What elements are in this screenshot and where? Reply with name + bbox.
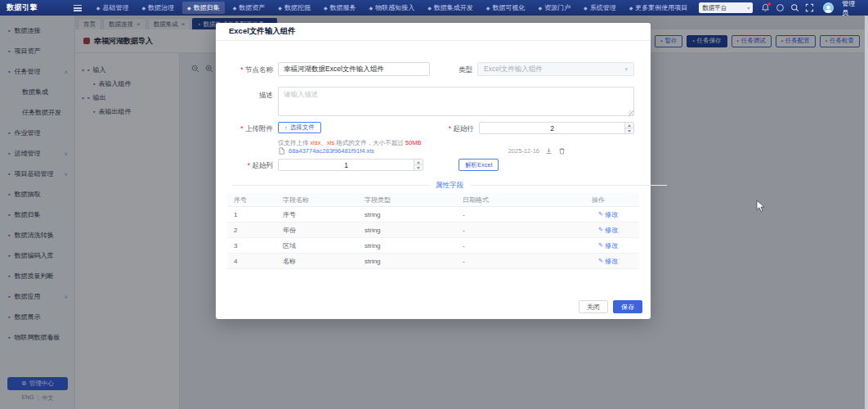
resize-handle[interactable] [629, 110, 633, 115]
cell-actions: ✎修改 [585, 257, 639, 266]
hamburger-menu-icon[interactable] [74, 5, 82, 11]
table-header-row: 序号字段名称字段类型日期格式操作 [227, 193, 639, 207]
workspace-select[interactable]: 数据平台 ▾ [699, 2, 753, 13]
topnav-item[interactable]: ◆系统管理 [579, 2, 621, 14]
start-col-input[interactable]: 1 [278, 159, 423, 171]
column-header: 序号 [227, 196, 276, 204]
save-button[interactable]: 保存 [613, 300, 642, 313]
notification-bell-icon[interactable] [761, 3, 770, 12]
cell-actions: ✎修改 [585, 226, 639, 235]
data-asset-icon: ◆ [233, 6, 237, 11]
section-divider: 属性字段 [232, 185, 667, 186]
description-label: 描述 [216, 88, 273, 101]
topnav-item[interactable]: ◆资源门户 [533, 2, 575, 14]
close-button[interactable]: 关闭 [579, 300, 608, 313]
topnav-item-label: 资源门户 [544, 3, 570, 12]
portal-icon: ◆ [538, 6, 542, 11]
chevron-down-icon: ▾ [624, 66, 628, 73]
theme-circle-icon[interactable] [776, 3, 785, 12]
top-navbar: 数据引擎 ◆基础管理◆数据治理◆数据归集◆数据资产◆数据挖掘◆数据服务◆物联感知… [0, 0, 868, 16]
topnav-item[interactable]: ◆数据挖掘 [273, 2, 315, 14]
cell-field-type: string [358, 227, 456, 234]
stepper-down-icon[interactable] [414, 165, 423, 170]
node-name-input[interactable] [278, 62, 430, 76]
topnav-item[interactable]: ◆数据归集 [182, 2, 225, 14]
column-header: 日期格式 [456, 196, 585, 204]
allowed-formats: xlsx、xls [311, 139, 335, 146]
topnav-item[interactable]: ◆数据资产 [228, 2, 271, 14]
type-label: 类型 [432, 63, 472, 76]
column-header: 操作 [585, 196, 639, 204]
table-body: 1序号string-✎修改2年份string-✎修改3区域string-✎修改4… [227, 207, 639, 269]
cell-date-format: - [456, 227, 585, 234]
integration-dev-icon: ◆ [427, 6, 432, 11]
cell-actions: ✎修改 [585, 241, 639, 250]
fullscreen-icon[interactable] [805, 3, 814, 12]
edit-action[interactable]: 修改 [605, 257, 618, 266]
start-row-label: 起始行 [417, 122, 474, 135]
cell-actions: ✎修改 [585, 210, 639, 219]
stepper-up-icon[interactable] [414, 160, 423, 165]
more-projects-icon: ◆ [629, 6, 633, 11]
search-icon[interactable] [790, 3, 799, 12]
iot-access-icon: ◆ [369, 6, 374, 11]
workspace-select-value: 数据平台 [702, 4, 727, 12]
upload-label: 上传附件 [216, 122, 273, 135]
topnav-item[interactable]: ◆数据集成开发 [423, 2, 478, 14]
system-mgmt-icon: ◆ [584, 6, 588, 11]
uploaded-file-link[interactable]: 68a43774ac283f96481f91f4.xls [289, 147, 374, 155]
basic-mgmt-icon: ◆ [96, 6, 101, 11]
user-avatar[interactable] [823, 2, 834, 13]
file-date: 2025-12-16 [508, 147, 539, 155]
edit-action[interactable]: 修改 [605, 226, 618, 235]
topnav-item[interactable]: ◆物联感知接入 [365, 2, 420, 14]
download-icon[interactable] [545, 147, 553, 155]
section-divider-label: 属性字段 [429, 181, 470, 191]
topnav-item[interactable]: ◆基础管理 [92, 2, 134, 14]
topnav-item-label: 系统管理 [590, 3, 616, 12]
document-icon [278, 147, 285, 155]
data-governance-icon: ◆ [141, 6, 145, 11]
table-row: 4名称string-✎修改 [227, 254, 639, 269]
topnav-item-label: 物联感知接入 [375, 3, 414, 12]
delete-icon[interactable] [558, 147, 566, 155]
scrollbar[interactable] [865, 16, 868, 409]
topnav-item-label: 数据资产 [239, 3, 265, 12]
topnav-item[interactable]: ◆更多案例使用项目 [624, 2, 693, 14]
choose-file-button[interactable]: ↑ 选择文件 [278, 122, 321, 133]
topbar-actions: 管理员 [761, 0, 861, 17]
dialog-footer: 关闭 保存 [216, 294, 651, 319]
column-header: 字段类型 [358, 196, 456, 204]
cell-index: 2 [227, 227, 276, 234]
data-mining-icon: ◆ [278, 6, 282, 11]
edit-icon: ✎ [592, 227, 603, 233]
table-row: 3区域string-✎修改 [227, 238, 639, 254]
topnav-item[interactable]: ◆数据治理 [136, 2, 179, 14]
column-header: 字段名称 [276, 196, 358, 204]
cell-field-name: 名称 [276, 257, 358, 266]
stepper-down-icon[interactable] [625, 128, 633, 133]
edit-action[interactable]: 修改 [605, 210, 618, 219]
edit-action[interactable]: 修改 [605, 241, 618, 250]
type-select-value: Excel文件输入组件 [484, 65, 543, 74]
topnav-item[interactable]: ◆数据可视化 [481, 2, 530, 14]
topnav-item-label: 更多案例使用项目 [635, 3, 687, 12]
stepper-up-icon[interactable] [625, 123, 633, 128]
description-textarea[interactable] [278, 87, 634, 116]
upload-hint: 仅支持上传 xlsx、xls 格式的文件，大小不超过 50MB [278, 139, 421, 147]
start-row-input[interactable]: 2 [479, 122, 634, 134]
table-row: 2年份string-✎修改 [227, 222, 639, 238]
cell-date-format: - [456, 211, 585, 218]
type-select[interactable]: Excel文件输入组件 ▾ [477, 62, 634, 76]
parse-excel-button[interactable]: 解析Excel [459, 159, 499, 171]
notification-badge [767, 2, 771, 6]
cell-field-type: string [358, 211, 456, 218]
topnav-item-label: 数据治理 [148, 3, 174, 12]
topnav-item-label: 数据集成开发 [434, 3, 473, 12]
cell-index: 4 [227, 258, 276, 265]
app-root: 数据引擎 ◆基础管理◆数据治理◆数据归集◆数据资产◆数据挖掘◆数据服务◆物联感知… [0, 0, 868, 409]
edit-icon: ✎ [592, 211, 603, 218]
topnav-item[interactable]: ◆数据服务 [319, 2, 361, 14]
max-size: 50MB [405, 139, 422, 146]
dialog-body: 节点名称 类型 Excel文件输入组件 ▾ 描述 上传附件 ↑ 选择文件 起始行 [216, 41, 651, 288]
